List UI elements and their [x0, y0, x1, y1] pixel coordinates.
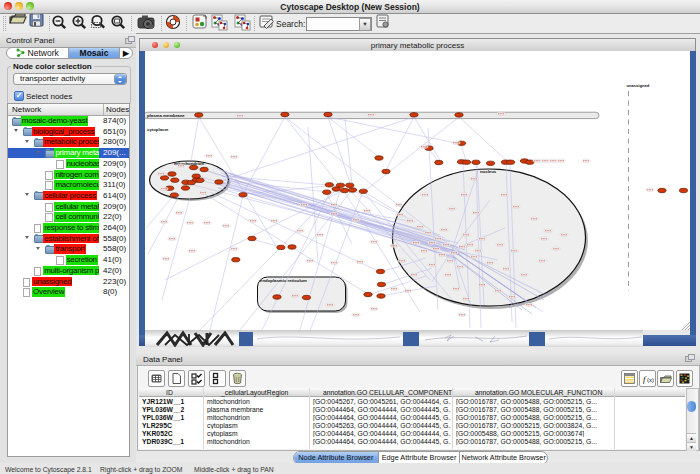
svg-text:nucleus: nucleus [480, 169, 497, 174]
svg-text:cytoplasm: cytoplasm [147, 127, 168, 132]
svg-text:plasma membrane: plasma membrane [147, 113, 185, 118]
svg-text:(x): (x) [647, 377, 654, 383]
svg-text:endoplasmic reticulum: endoplasmic reticulum [260, 278, 307, 283]
svg-text:unassigned: unassigned [627, 83, 650, 88]
